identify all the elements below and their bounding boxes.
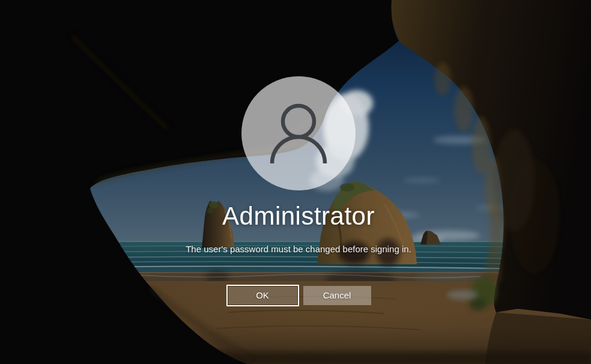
dialog-buttons: OK Cancel (226, 285, 371, 306)
ok-button[interactable]: OK (226, 285, 299, 306)
sign-in-screen: Administrator The user's password must b… (0, 0, 591, 364)
login-panel: Administrator The user's password must b… (106, 76, 491, 306)
cancel-button[interactable]: Cancel (303, 286, 371, 305)
password-change-message: The user's password must be changed befo… (186, 243, 411, 255)
username-label: Administrator (222, 200, 375, 233)
user-silhouette-icon (262, 97, 335, 169)
user-avatar (241, 76, 356, 190)
